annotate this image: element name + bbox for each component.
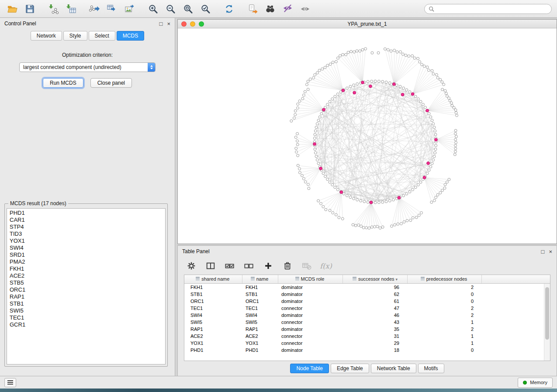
mcds-result-item[interactable]: GCR1	[10, 321, 165, 328]
column-header-filler	[481, 275, 550, 283]
table-scrollbar-thumb[interactable]	[545, 287, 549, 340]
table-row[interactable]: PHD1PHD1dominator180	[184, 347, 550, 354]
column-attr-icon	[352, 276, 357, 281]
table-panel-title: Table Panel	[182, 248, 210, 254]
tab-network-table[interactable]: Network Table	[371, 364, 416, 373]
function-builder-button: f(x)	[319, 259, 332, 272]
show-details-button[interactable]	[298, 2, 312, 16]
export-image-button[interactable]	[122, 2, 136, 16]
table-scrollbar[interactable]	[544, 284, 550, 361]
panel-menu-button[interactable]	[4, 378, 16, 387]
desktop-wallpaper-strip	[0, 389, 557, 392]
mcds-result-item[interactable]: ACE2	[10, 272, 165, 279]
search-box[interactable]	[424, 4, 552, 14]
zoom-in-icon	[148, 3, 159, 14]
tab-select[interactable]: Select	[89, 31, 115, 41]
column-header-MCDS-role[interactable]: MCDS role	[278, 275, 343, 283]
table-settings-button[interactable]	[185, 259, 198, 272]
tab-network[interactable]: Network	[31, 31, 62, 41]
network-window-titlebar[interactable]: YPA_prune.txt_1	[178, 20, 557, 28]
table-row[interactable]: FKH1FKH1dominator962	[184, 283, 550, 291]
fx-icon: f(x)	[320, 262, 332, 270]
mcds-result-item[interactable]: SRD1	[10, 251, 165, 258]
column-header-predecessor-nodes[interactable]: predecessor nodes	[407, 275, 481, 283]
minimize-window-icon[interactable]	[190, 21, 195, 27]
mcds-result-item[interactable]: STP4	[10, 224, 165, 230]
import-network-button[interactable]	[46, 2, 60, 16]
export-table-button[interactable]	[105, 2, 119, 16]
clone-network-button[interactable]	[246, 2, 259, 16]
column-header-successor-nodes[interactable]: successor nodes▾	[343, 275, 407, 283]
mcds-result-item[interactable]: PMA2	[10, 258, 165, 265]
mcds-result-item[interactable]: SWI4	[10, 244, 165, 251]
mcds-result-item[interactable]: ORC1	[10, 286, 165, 293]
table-row[interactable]: SWI4SWI4dominator462	[184, 312, 550, 319]
network-window-title: YPA_prune.txt_1	[178, 21, 557, 27]
open-folder-icon	[7, 3, 18, 14]
mcds-result-item[interactable]: STB5	[10, 279, 165, 286]
table-row[interactable]: STB1STB1dominator620	[184, 291, 550, 298]
mcds-result-group: MCDS result (17 nodes) PHD1CAR1STP4TID3Y…	[4, 200, 168, 367]
mcds-result-item[interactable]: RAP1	[10, 293, 165, 300]
mcds-result-item[interactable]: SWI5	[10, 307, 165, 314]
table-row[interactable]: TEC1TEC1connector472	[184, 305, 550, 312]
criterion-dropdown[interactable]: largest connected component (undirected)	[19, 62, 156, 72]
memory-button[interactable]: Memory	[518, 378, 553, 388]
table-row[interactable]: YOX1YOX1connector291	[184, 340, 550, 347]
close-panel-icon[interactable]: ×	[167, 21, 170, 27]
export-network-button[interactable]	[87, 2, 101, 16]
eye-slash-icon	[282, 3, 293, 14]
column-header-name[interactable]: name	[242, 275, 278, 283]
zoom-out-button[interactable]	[163, 2, 177, 16]
tab-style[interactable]: Style	[63, 31, 87, 41]
select-all-button[interactable]	[223, 259, 236, 272]
tab-mcds[interactable]: MCDS	[117, 31, 144, 41]
show-columns-button[interactable]	[204, 259, 217, 272]
search-network-button[interactable]	[263, 2, 277, 16]
eye-icon	[300, 3, 311, 14]
mcds-result-title: MCDS result (17 nodes)	[8, 200, 68, 206]
column-attr-icon	[195, 276, 200, 281]
save-session-button[interactable]	[23, 2, 37, 16]
network-view-window: YPA_prune.txt_1	[177, 19, 557, 244]
tab-edge-table[interactable]: Edge Table	[331, 364, 369, 373]
zoom-fit-button[interactable]	[181, 2, 195, 16]
search-input[interactable]	[437, 5, 547, 12]
table-row[interactable]: SWI5SWI5connector431	[184, 319, 550, 326]
table-row[interactable]: RAP1RAP1dominator352	[184, 326, 550, 333]
delete-row-button[interactable]	[281, 259, 294, 272]
deselect-all-button[interactable]	[242, 259, 256, 272]
mcds-result-item[interactable]: TEC1	[10, 314, 165, 321]
zoom-selected-button[interactable]	[198, 2, 212, 16]
import-table-button[interactable]	[64, 2, 78, 16]
mcds-result-item[interactable]: TID3	[10, 230, 165, 237]
mcds-result-list[interactable]: PHD1CAR1STP4TID3YOX1SWI4SRD1PMA2FKH1ACE2…	[7, 208, 166, 364]
mcds-result-item[interactable]: PHD1	[10, 210, 165, 217]
float-panel-icon[interactable]: □	[159, 21, 163, 27]
column-header-shared-name[interactable]: shared name	[184, 275, 242, 283]
zoom-in-button[interactable]	[146, 2, 160, 16]
mcds-result-item[interactable]: YOX1	[10, 237, 165, 244]
close-window-icon[interactable]	[181, 21, 187, 27]
add-row-button[interactable]	[262, 259, 275, 272]
mcds-result-item[interactable]: FKH1	[10, 265, 165, 272]
node-table: shared namenameMCDS rolesuccessor nodes▾…	[184, 275, 550, 361]
float-table-panel-icon[interactable]: □	[541, 249, 545, 254]
zoom-group	[146, 2, 212, 16]
tab-node-table[interactable]: Node Table	[290, 364, 329, 373]
column-attr-icon	[420, 276, 425, 281]
close-table-panel-icon[interactable]: ×	[549, 249, 552, 254]
run-mcds-button[interactable]: Run MCDS	[43, 78, 83, 88]
refresh-button[interactable]	[222, 2, 236, 16]
open-session-button[interactable]	[5, 2, 19, 16]
view-group	[246, 2, 312, 16]
hide-details-button[interactable]	[280, 2, 294, 16]
tab-motifs[interactable]: Motifs	[418, 364, 444, 373]
mcds-result-item[interactable]: CAR1	[10, 217, 165, 224]
table-row[interactable]: ACE2ACE2connector311	[184, 333, 550, 340]
close-panel-button[interactable]: Close panel	[90, 78, 132, 88]
mcds-result-item[interactable]: STB1	[10, 300, 165, 307]
table-row[interactable]: ORC1ORC1dominator610	[184, 298, 550, 305]
network-canvas[interactable]	[178, 28, 557, 244]
maximize-window-icon[interactable]	[199, 21, 204, 27]
